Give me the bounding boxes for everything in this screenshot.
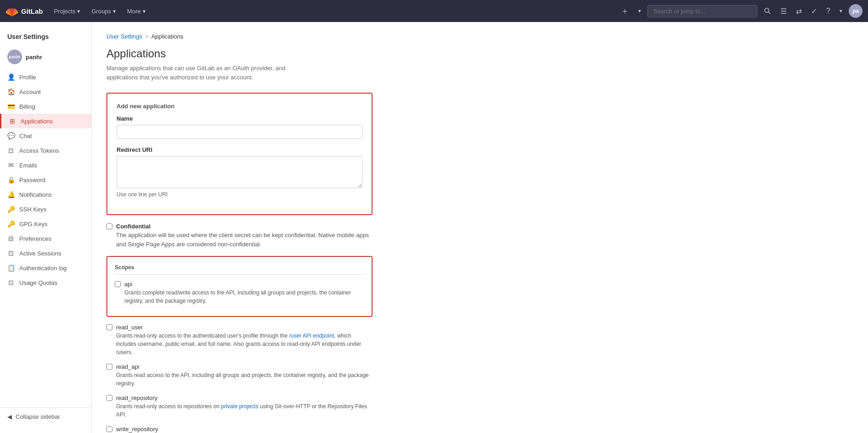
sidebar-label-gpg-keys: GPG Keys	[19, 221, 47, 228]
scope-name-write-repository[interactable]: write_repository	[116, 426, 158, 433]
confidential-description: The application will be used where the c…	[116, 231, 373, 249]
scope-checkbox-read-api[interactable]	[106, 364, 112, 370]
sidebar-header: User Settings	[0, 29, 91, 48]
sidebar-label-active-sessions: Active Sessions	[19, 250, 61, 257]
gpg-keys-icon: 🔑	[7, 220, 15, 228]
sidebar-item-gpg-keys[interactable]: 🔑 GPG Keys	[0, 216, 91, 231]
breadcrumb-parent[interactable]: User Settings	[106, 33, 142, 40]
emails-icon: ✉	[7, 161, 15, 169]
user-avatar-nav[interactable]: pa	[849, 4, 862, 18]
scope-item-read-api: read_api Grants read access to the API, …	[106, 363, 373, 388]
sidebar-label-ssh-keys: SSH Keys	[19, 206, 46, 213]
sidebar-item-billing[interactable]: 💳 Billing	[0, 99, 91, 114]
page-title: Applications	[106, 47, 853, 60]
scope-checkbox-api[interactable]	[115, 281, 121, 287]
scope-desc-api: Grants complete read/write access to the…	[124, 289, 364, 305]
breadcrumb-separator: >	[145, 33, 149, 40]
groups-menu[interactable]: Groups ▾	[88, 6, 120, 17]
name-label: Name	[117, 115, 362, 122]
new-item-button[interactable]: ＋	[618, 3, 632, 19]
scope-item-read-user: read_user Grants read-only access to the…	[106, 323, 373, 356]
sidebar-label-account: Account	[19, 89, 41, 95]
global-search-input[interactable]	[647, 5, 757, 17]
scope-name-read-repository[interactable]: read_repository	[116, 394, 157, 401]
search-button[interactable]	[761, 5, 774, 17]
projects-menu[interactable]: Projects ▾	[50, 6, 84, 17]
confidential-group: Confidential The application will be use…	[106, 222, 373, 249]
sidebar-item-notifications[interactable]: 🔔 Notifications	[0, 187, 91, 202]
breadcrumb-current: Applications	[151, 33, 184, 40]
sidebar-user: panhr panhr	[0, 48, 91, 70]
redirect-uri-label: Redirect URI	[117, 146, 362, 153]
name-field-group: Name	[117, 115, 362, 139]
confidential-label[interactable]: Confidential	[116, 223, 150, 230]
sidebar-item-access-tokens[interactable]: ⊡ Access Tokens	[0, 143, 91, 158]
scope-name-api[interactable]: api	[124, 281, 132, 288]
sidebar-label-preferences: Preferences	[19, 235, 51, 242]
more-menu[interactable]: More ▾	[123, 6, 150, 17]
scope-name-read-api[interactable]: read_api	[116, 363, 139, 370]
sidebar-label-usage-quotas: Usage Quotas	[19, 279, 57, 286]
scope-name-read-user[interactable]: read_user	[116, 324, 143, 331]
preferences-icon: ⊟	[7, 235, 15, 242]
page-description: Manage applications that can use GitLab …	[106, 64, 317, 82]
sidebar-item-account[interactable]: 🏠 Account	[0, 84, 91, 99]
sidebar-item-preferences[interactable]: ⊟ Preferences	[0, 231, 91, 246]
scope-item-api: api Grants complete read/write access to…	[115, 280, 364, 305]
name-input[interactable]	[117, 125, 362, 139]
billing-icon: 💳	[7, 103, 15, 110]
scopes-remaining: read_user Grants read-only access to the…	[106, 323, 373, 433]
redirect-uri-input[interactable]	[117, 156, 362, 188]
issues-btn[interactable]: ✓	[808, 4, 820, 18]
access-tokens-icon: ⊡	[7, 147, 15, 154]
gitlab-logo[interactable]: GitLab	[6, 5, 43, 17]
sidebar-item-active-sessions[interactable]: ⊡ Active Sessions	[0, 246, 91, 261]
scopes-highlighted-section: Scopes api Grants complete read/write ac…	[106, 256, 373, 317]
confidential-checkbox[interactable]	[106, 223, 112, 229]
main-content: User Settings > Applications Application…	[92, 22, 868, 433]
sidebar-item-password[interactable]: 🔒 Password	[0, 172, 91, 187]
breadcrumb: User Settings > Applications	[106, 33, 853, 40]
sidebar-item-emails[interactable]: ✉ Emails	[0, 158, 91, 172]
scope-desc-read-api: Grants read access to the API, including…	[116, 371, 373, 388]
chat-icon: 💬	[7, 132, 15, 139]
usage-quotas-icon: ⊡	[7, 279, 15, 286]
applications-icon: ⊞	[9, 117, 16, 125]
sidebar-label-profile: Profile	[19, 74, 36, 81]
nav-logo-text: GitLab	[21, 7, 43, 15]
help-dropdown[interactable]: ▾	[837, 5, 845, 17]
sidebar-item-applications[interactable]: ⊞ Applications	[0, 114, 91, 128]
sidebar-item-auth-log[interactable]: 📋 Authentication log	[0, 261, 91, 275]
collapse-sidebar-button[interactable]: ◀ Collapse sidebar	[0, 407, 91, 426]
auth-log-icon: 📋	[7, 264, 15, 272]
svg-line-1	[768, 12, 770, 14]
collapse-sidebar-label: Collapse sidebar	[16, 413, 60, 420]
new-dropdown-button[interactable]: ▾	[635, 5, 644, 17]
scope-item-read-repository: read_repository Grants read-only access …	[106, 394, 373, 419]
sidebar-item-ssh-keys[interactable]: 🔑 SSH Keys	[0, 202, 91, 216]
help-btn[interactable]: ?	[823, 4, 833, 18]
sidebar-label-applications: Applications	[21, 118, 53, 125]
ssh-keys-icon: 🔑	[7, 205, 15, 213]
redirect-uri-hint: Use one line per URI	[117, 191, 362, 198]
scope-checkbox-write-repository[interactable]	[106, 426, 112, 432]
collapse-left-icon: ◀	[7, 413, 12, 420]
sidebar-item-chat[interactable]: 💬 Chat	[0, 128, 91, 143]
merge-requests-btn[interactable]: ⇄	[793, 4, 805, 18]
redirect-uri-field-group: Redirect URI Use one line per URI	[117, 146, 362, 198]
notifications-icon: 🔔	[7, 191, 15, 198]
top-nav: GitLab Projects ▾ Groups ▾ More ▾ ＋ ▾ ☰ …	[0, 0, 868, 22]
scope-checkbox-read-repository[interactable]	[106, 395, 112, 401]
add-application-form: Add new application Name Redirect URI Us…	[106, 93, 373, 215]
scope-desc-read-user: Grants read-only access to the authentic…	[116, 332, 373, 356]
sidebar-label-chat: Chat	[19, 133, 32, 139]
profile-icon-btn[interactable]: ☰	[778, 4, 790, 18]
sidebar-avatar: panhr	[7, 50, 22, 64]
svg-point-0	[765, 8, 769, 12]
sidebar: User Settings panhr panhr 👤 Profile 🏠 Ac…	[0, 22, 92, 433]
scope-checkbox-read-user[interactable]	[106, 324, 112, 330]
sidebar-item-usage-quotas[interactable]: ⊡ Usage Quotas	[0, 275, 91, 290]
sidebar-label-auth-log: Authentication log	[19, 265, 67, 272]
account-icon: 🏠	[7, 88, 15, 95]
sidebar-item-profile[interactable]: 👤 Profile	[0, 70, 91, 84]
